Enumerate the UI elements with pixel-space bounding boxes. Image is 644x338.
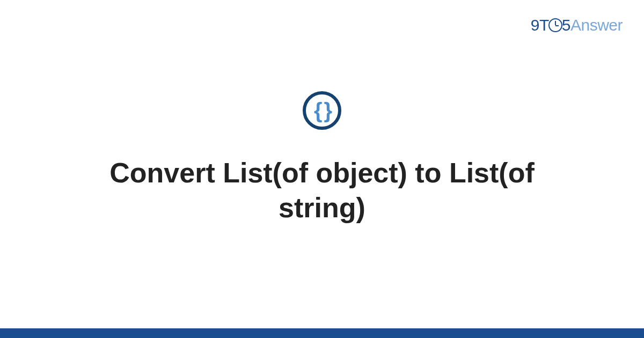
footer-accent-bar [0, 328, 644, 338]
code-braces-icon: { } [303, 91, 341, 130]
braces-symbol: { } [314, 100, 330, 121]
page-title: Convert List(of object) to List(of strin… [64, 156, 580, 225]
main-content: { } Convert List(of object) to List(of s… [0, 0, 644, 338]
